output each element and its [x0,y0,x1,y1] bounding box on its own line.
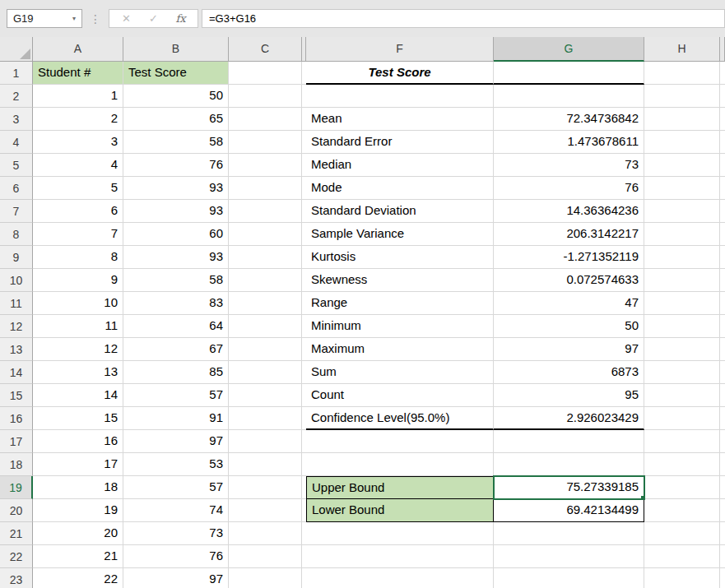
row-header-20[interactable]: 20 [0,499,33,522]
cell-F2[interactable] [306,85,494,108]
cell-B15[interactable]: 57 [123,384,229,407]
cell-B19[interactable]: 57 [123,476,229,499]
cell-C4[interactable] [229,131,302,154]
cell-C7[interactable] [229,200,302,223]
cell-H9[interactable] [644,246,720,269]
row-header-21[interactable]: 21 [0,522,33,545]
row-header-18[interactable]: 18 [0,453,33,476]
cell-H23[interactable] [644,568,720,588]
row-header-9[interactable]: 9 [0,246,33,269]
cell-F7[interactable]: Standard Deviation [306,200,494,223]
cell-H2[interactable] [644,85,720,108]
row-header-7[interactable]: 7 [0,200,33,223]
cell-C23[interactable] [229,568,302,588]
column-header-F[interactable]: F [306,37,494,62]
row-header-19[interactable]: 19 [0,476,33,499]
cell-G5[interactable]: 73 [494,154,644,177]
row-header-22[interactable]: 22 [0,545,33,568]
cell-A17[interactable]: 16 [33,430,123,453]
cell-A4[interactable]: 3 [33,131,123,154]
cell-H10[interactable] [644,269,720,292]
row-header-16[interactable]: 16 [0,407,33,430]
row-header-13[interactable]: 13 [0,338,33,361]
cell-C11[interactable] [229,292,302,315]
cell-H16[interactable] [644,407,720,430]
cell-G10[interactable]: 0.072574633 [494,269,644,292]
enter-icon[interactable]: ✓ [140,12,167,25]
cell-H1[interactable] [644,62,720,85]
cell-B7[interactable]: 93 [123,200,229,223]
cell-A12[interactable]: 11 [33,315,123,338]
cell-F19[interactable]: Upper Bound [306,476,494,499]
cell-B1[interactable]: Test Score [123,62,229,85]
cell-H12[interactable] [644,315,720,338]
row-header-11[interactable]: 11 [0,292,33,315]
cell-A8[interactable]: 7 [33,223,123,246]
cell-A10[interactable]: 9 [33,269,123,292]
cell-A1[interactable]: Student # [33,62,123,85]
cell-H17[interactable] [644,430,720,453]
cell-F9[interactable]: Kurtosis [306,246,494,269]
formula-input[interactable]: =G3+G16 [202,9,725,28]
cell-B20[interactable]: 74 [123,499,229,522]
cell-H20[interactable] [644,499,720,522]
cell-F3[interactable]: Mean [306,108,494,131]
cell-H11[interactable] [644,292,720,315]
cell-H4[interactable] [644,131,720,154]
cell-C21[interactable] [229,522,302,545]
row-header-2[interactable]: 2 [0,85,33,108]
cell-G14[interactable]: 6873 [494,361,644,384]
cell-B13[interactable]: 67 [123,338,229,361]
cell-C2[interactable] [229,85,302,108]
row-header-6[interactable]: 6 [0,177,33,200]
cell-A7[interactable]: 6 [33,200,123,223]
cell-C17[interactable] [229,430,302,453]
cell-A2[interactable]: 1 [33,85,123,108]
insert-function-icon[interactable]: fx [167,12,194,25]
cell-H3[interactable] [644,108,720,131]
cell-F15[interactable]: Count [306,384,494,407]
cell-F11[interactable]: Range [306,292,494,315]
cell-F4[interactable]: Standard Error [306,131,494,154]
cell-B8[interactable]: 60 [123,223,229,246]
cell-A5[interactable]: 4 [33,154,123,177]
cell-C13[interactable] [229,338,302,361]
cell-G9[interactable]: -1.271352119 [494,246,644,269]
cell-A23[interactable]: 22 [33,568,123,588]
cell-F16[interactable]: Confidence Level(95.0%) [306,407,494,430]
cell-F5[interactable]: Median [306,154,494,177]
cell-C5[interactable] [229,154,302,177]
cell-B3[interactable]: 65 [123,108,229,131]
cell-A6[interactable]: 5 [33,177,123,200]
cell-F22[interactable] [306,545,494,568]
cell-F20[interactable]: Lower Bound [306,499,494,522]
cell-H15[interactable] [644,384,720,407]
name-box-dropdown-icon[interactable]: ▾ [67,15,81,22]
cell-H14[interactable] [644,361,720,384]
cell-C12[interactable] [229,315,302,338]
cell-G15[interactable]: 95 [494,384,644,407]
column-header-H[interactable]: H [644,37,720,62]
cell-B10[interactable]: 58 [123,269,229,292]
cell-B23[interactable]: 97 [123,568,229,588]
cell-H8[interactable] [644,223,720,246]
cell-G13[interactable]: 97 [494,338,644,361]
cell-G11[interactable]: 47 [494,292,644,315]
cell-F23[interactable] [306,568,494,588]
cell-F21[interactable] [306,522,494,545]
row-header-8[interactable]: 8 [0,223,33,246]
cell-A20[interactable]: 19 [33,499,123,522]
cell-B9[interactable]: 93 [123,246,229,269]
select-all-corner[interactable] [0,37,33,62]
cell-F18[interactable] [306,453,494,476]
row-header-17[interactable]: 17 [0,430,33,453]
cell-B17[interactable]: 97 [123,430,229,453]
cell-G2[interactable] [494,85,644,108]
row-header-4[interactable]: 4 [0,131,33,154]
cell-B11[interactable]: 83 [123,292,229,315]
cell-B2[interactable]: 50 [123,85,229,108]
row-header-14[interactable]: 14 [0,361,33,384]
name-box[interactable]: G19 ▾ [7,9,82,28]
cell-A22[interactable]: 21 [33,545,123,568]
cell-F14[interactable]: Sum [306,361,494,384]
